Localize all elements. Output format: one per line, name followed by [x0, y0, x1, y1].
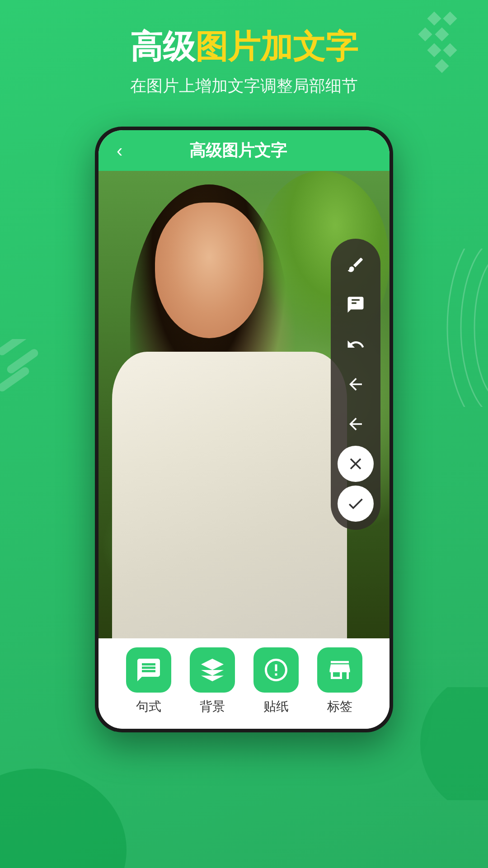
tool-juzi[interactable]: 句式	[126, 647, 171, 715]
biaoqian-label: 标签	[327, 698, 352, 715]
redo-icon	[346, 415, 365, 434]
svg-point-9	[447, 249, 488, 407]
redo-button[interactable]	[338, 406, 374, 442]
juzi-icon-box	[126, 647, 171, 693]
svg-rect-1	[443, 11, 457, 25]
biaoqian-icon	[326, 656, 353, 684]
svg-rect-0	[427, 11, 441, 25]
biaoqian-icon-box	[317, 647, 362, 693]
app-header: ‹ 高级图片文字	[99, 130, 389, 171]
title-highlight: 图片加文字	[195, 28, 358, 65]
phone-screen: ‹ 高级图片文字	[99, 130, 389, 729]
undo2-button[interactable]	[338, 366, 374, 402]
tool-beijing[interactable]: 背景	[190, 647, 235, 715]
tianzhi-label: 贴纸	[263, 698, 289, 715]
bottom-toolbar: 句式 背景 贴纸	[99, 638, 389, 729]
beijing-icon-box	[190, 647, 235, 693]
undo2-icon	[346, 375, 365, 394]
undo-icon	[346, 335, 365, 354]
deco-blob-right	[402, 687, 488, 800]
header-title: 高级图片加文字	[0, 27, 488, 66]
tianzhi-icon-box	[253, 647, 299, 693]
brush-tool-button[interactable]	[338, 247, 374, 283]
deco-blob-left	[0, 723, 136, 868]
chat-tool-button[interactable]	[338, 287, 374, 323]
close-icon	[346, 454, 365, 473]
svg-point-13	[0, 769, 127, 868]
photo-face-layer	[155, 203, 263, 338]
header-subtitle: 在图片上增加文字调整局部细节	[0, 75, 488, 97]
svg-point-7	[474, 255, 488, 400]
phone-mockup: ‹ 高级图片文字	[95, 127, 393, 732]
header-section: 高级图片加文字 在图片上增加文字调整局部细节	[0, 27, 488, 97]
svg-point-14	[420, 687, 488, 800]
beijing-label: 背景	[200, 698, 225, 715]
photo-dress-layer	[112, 352, 347, 638]
back-button[interactable]: ‹	[112, 136, 127, 165]
confirm-button[interactable]	[338, 486, 374, 522]
deco-circles-right	[434, 249, 488, 407]
toolbar-panel	[331, 239, 380, 530]
juzi-label: 句式	[136, 698, 161, 715]
close-button[interactable]	[338, 446, 374, 482]
tool-biaoqian[interactable]: 标签	[317, 647, 362, 715]
brush-icon	[346, 255, 365, 274]
background: 高级图片加文字 在图片上增加文字调整局部细节 ‹ 高级图片文字	[0, 0, 488, 868]
chat-icon	[346, 295, 365, 314]
title-normal: 高级	[130, 28, 195, 65]
photo-area	[99, 171, 389, 638]
deco-lines-left	[0, 339, 50, 439]
check-icon	[346, 494, 365, 513]
tianzhi-icon	[263, 656, 290, 684]
app-header-title: 高级图片文字	[127, 140, 349, 162]
beijing-icon	[199, 656, 226, 684]
juzi-icon	[135, 656, 162, 684]
tool-tianzhi[interactable]: 贴纸	[253, 647, 299, 715]
undo-button[interactable]	[338, 326, 374, 363]
